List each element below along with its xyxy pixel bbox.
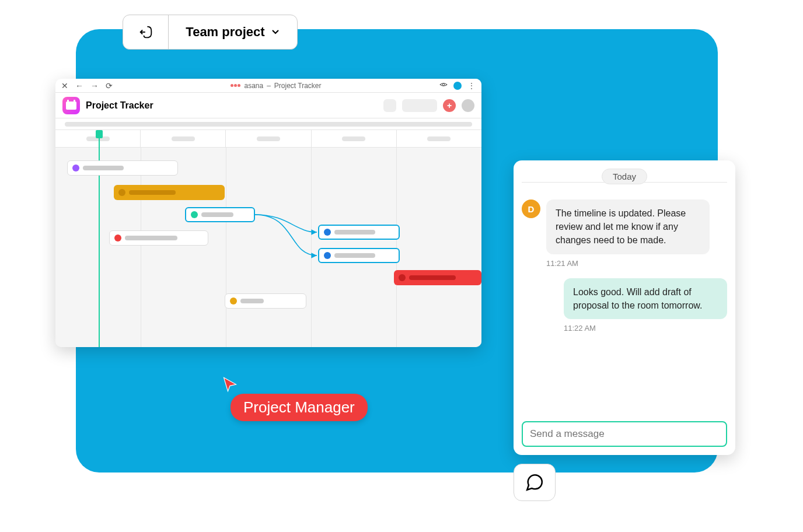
- toolbar-button-2[interactable]: [402, 99, 437, 112]
- project-header: Project Tracker +: [55, 93, 481, 118]
- task-bar[interactable]: [318, 248, 400, 263]
- toolbar-button-1[interactable]: [383, 99, 396, 112]
- nav-forward-icon[interactable]: →: [90, 82, 99, 90]
- chat-bubble: The timeline is updated. Please review a…: [546, 200, 710, 254]
- timeline-headers: [55, 130, 481, 148]
- browser-tab-title-text: Project Tracker: [274, 82, 322, 90]
- project-selector[interactable]: Team project: [123, 15, 298, 50]
- task-bar[interactable]: [318, 225, 400, 240]
- task-bar[interactable]: [109, 230, 208, 246]
- chat-message: Looks good. Will add draft of proposal t…: [522, 278, 727, 332]
- chat-launcher-button[interactable]: [514, 464, 556, 501]
- browser-tab-title: asana – Project Tracker: [118, 82, 434, 90]
- chat-avatar: D: [522, 200, 540, 218]
- presence-indicator: [453, 82, 462, 90]
- chat-timestamp: 11:21 AM: [546, 259, 710, 268]
- refresh-icon[interactable]: ⟳: [106, 82, 113, 90]
- add-button[interactable]: +: [443, 99, 456, 112]
- cursor-user-badge: Project Manager: [231, 394, 368, 421]
- cursor-icon: [222, 376, 238, 395]
- browser-window: ✕ ← → ⟳ asana – Project Tracker ⋮ Projec…: [55, 79, 481, 347]
- nav-back-icon[interactable]: ←: [75, 82, 83, 90]
- project-title: Project Tracker: [86, 100, 153, 111]
- member-avatar[interactable]: [462, 99, 474, 112]
- browser-app-name: asana: [244, 82, 263, 90]
- svg-point-0: [442, 83, 445, 86]
- task-bar[interactable]: [394, 270, 481, 285]
- project-icon: [62, 97, 80, 114]
- visibility-icon[interactable]: [439, 80, 448, 90]
- task-bar[interactable]: [225, 293, 306, 309]
- browser-separator: –: [267, 82, 271, 90]
- task-bar[interactable]: [67, 160, 178, 176]
- chat-panel: Today D The timeline is updated. Please …: [514, 160, 735, 455]
- close-tab-icon[interactable]: ✕: [61, 82, 68, 90]
- gantt-area[interactable]: [55, 148, 481, 347]
- chat-message: D The timeline is updated. Please review…: [522, 200, 727, 268]
- asana-logo-icon: [231, 84, 240, 87]
- task-connectors: [55, 148, 481, 347]
- task-bar[interactable]: [185, 207, 255, 222]
- toolbar-strip: [55, 118, 481, 130]
- chat-timestamp: 11:22 AM: [564, 324, 727, 332]
- chat-bubble: Looks good. Will add draft of proposal t…: [564, 278, 727, 319]
- exit-icon[interactable]: [123, 15, 169, 49]
- chat-date-separator: Today: [602, 169, 647, 184]
- project-selector-label: Team project: [186, 24, 264, 40]
- chat-input[interactable]: [522, 421, 727, 447]
- more-menu-icon[interactable]: ⋮: [467, 81, 476, 90]
- chevron-down-icon: [271, 24, 280, 40]
- browser-chrome: ✕ ← → ⟳ asana – Project Tracker ⋮: [55, 79, 481, 93]
- task-bar[interactable]: [114, 185, 225, 200]
